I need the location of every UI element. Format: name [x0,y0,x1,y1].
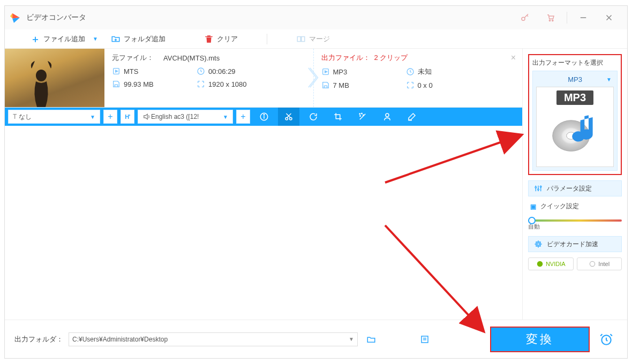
app-window: ビデオコンバータ ＋ ファイル追加 ▼ フォルダ追加 クリア [4,5,628,359]
edit-button[interactable] [401,108,423,126]
plus-square-icon[interactable]: ▣ [530,203,536,210]
output-format: MP3 [333,68,348,76]
output-path-value: C:¥Users¥Administrator¥Desktop [72,336,168,343]
parameter-settings-button[interactable]: パラメータ設定 [528,180,622,196]
close-button[interactable] [596,6,622,29]
svg-point-41 [540,186,541,187]
svg-rect-20 [324,86,327,88]
output-file-label: 出力ファイル： [321,53,370,63]
sliders-icon [534,184,543,193]
disk-icon [321,81,330,89]
resolution-icon [197,80,205,88]
svg-line-27 [287,113,291,118]
caret-down-icon: ▼ [606,77,612,82]
svg-point-30 [360,116,361,117]
intel-card[interactable]: Intel [577,257,622,270]
svg-point-24 [285,118,288,120]
svg-point-48 [537,261,543,267]
disk-icon [112,80,121,88]
task-list-button[interactable] [417,332,433,346]
transfer-arrow-inner-icon [309,67,320,88]
svg-point-3 [522,17,525,20]
caret-down-icon: ▼ [345,336,354,342]
output-folder-label: 出力フォルダ： [14,335,63,344]
add-subtitle-button[interactable]: + [103,110,117,124]
bottom-bar: 出力フォルダ： C:¥Users¥Administrator¥Desktop ▼… [5,320,627,358]
gpu-accel-button[interactable]: ビデオカード加速 [528,236,622,252]
nvidia-icon [536,260,544,268]
svg-point-23 [264,115,265,116]
gpu-vendor-row: NVIDIA Intel [528,257,622,270]
intel-icon [589,260,596,268]
slider-thumb[interactable] [528,217,536,224]
crop-button[interactable] [327,108,349,126]
add-file-button[interactable]: ＋ ファイル追加 [26,31,89,48]
svg-rect-12 [302,36,305,41]
resolution-icon [406,81,415,89]
svg-point-28 [359,113,360,115]
svg-point-39 [535,187,537,188]
quality-slider[interactable] [528,219,622,222]
slider-mode-label: 自動 [528,223,622,231]
schedule-button[interactable] [595,328,618,351]
format-selector[interactable]: MP3 ▼ MP3 [532,71,618,171]
caret-down-icon: ▼ [90,114,95,120]
quality-slider-group: 自動 [528,216,622,231]
info-button[interactable] [253,108,275,126]
svg-line-26 [287,113,291,118]
audio-track-select[interactable]: English ac3 ([12! ▼ [138,110,233,124]
main-content: 元ファイル： AVCHD(MTS).mts MTS 00:06:29 [5,49,627,320]
speaker-icon [142,112,151,121]
effects-button[interactable] [352,108,373,126]
cart-icon[interactable] [538,6,563,29]
svg-marker-14 [116,70,118,72]
svg-rect-42 [536,242,540,246]
titlebar: ビデオコンバータ [5,6,627,29]
folder-plus-icon [111,34,121,44]
svg-marker-0 [12,13,20,19]
trim-button[interactable] [278,108,299,126]
add-audio-button[interactable]: + [236,110,250,124]
disc-music-icon [550,105,601,156]
hardcode-sub-button[interactable]: H' [121,110,134,124]
toolbar-divider [267,34,267,44]
rotate-button[interactable] [303,108,324,126]
merge-button: マージ [292,32,334,46]
clear-button[interactable]: クリア [200,32,242,46]
open-folder-button[interactable] [363,332,379,346]
quick-settings-header: ▣ クイック設定 [528,202,622,211]
svg-point-40 [538,189,539,191]
svg-rect-16 [115,85,117,87]
clock-icon [406,67,415,76]
subtitle-select[interactable]: T なし ▼ [8,110,100,124]
output-info-box: × 出力ファイル： 2 クリップ MP3 [314,49,523,107]
mp3-badge: MP3 [556,90,593,105]
svg-marker-18 [325,71,327,73]
svg-point-32 [386,113,389,117]
output-path-input[interactable]: C:¥Users¥Administrator¥Desktop ▼ [69,332,358,346]
source-filename: AVCHD(MTS).mts [163,54,220,62]
caret-down-icon: ▼ [223,114,228,120]
remove-item-button[interactable]: × [511,53,516,63]
titlebar-divider [567,12,567,24]
empty-list-area [5,126,522,320]
key-icon[interactable] [512,6,538,29]
output-format-label: 出力フォーマットを選択 [532,58,618,67]
add-file-dropdown-caret-icon[interactable]: ▼ [93,36,98,42]
video-thumbnail[interactable] [5,49,104,107]
right-panel: 出力フォーマットを選択 MP3 ▼ MP3 [523,49,627,320]
file-list-column: 元ファイル： AVCHD(MTS).mts MTS 00:06:29 [5,49,523,320]
minimize-button[interactable] [570,6,596,29]
main-toolbar: ＋ ファイル追加 ▼ フォルダ追加 クリア マージ [5,29,627,49]
watermark-button[interactable] [377,108,398,126]
source-resolution: 1920 x 1080 [208,80,247,88]
nvidia-card[interactable]: NVIDIA [528,257,574,270]
source-info-box: 元ファイル： AVCHD(MTS).mts MTS 00:06:29 [104,49,314,107]
clock-icon [197,67,205,75]
add-folder-button[interactable]: フォルダ追加 [107,32,170,46]
convert-button[interactable]: 変換 [490,327,590,352]
output-resolution: 0 x 0 [418,81,433,89]
source-format: MTS [124,67,138,75]
output-duration: 未知 [418,67,432,77]
source-file-label: 元ファイル： [112,53,159,63]
